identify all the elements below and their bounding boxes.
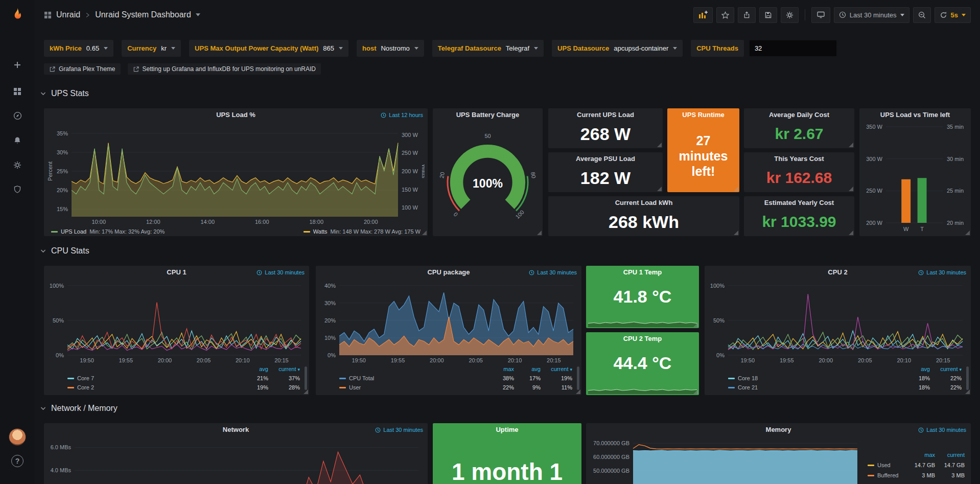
chart-legend: UPS LoadMin: 17% Max: 32% Avg: 20% Watts…	[51, 228, 421, 235]
clock-icon	[918, 270, 924, 275]
svg-text:50%: 50%	[713, 317, 725, 324]
dashboard-dropdown-caret-icon[interactable]	[196, 13, 200, 16]
variable-host[interactable]: host Nostromo	[357, 40, 424, 57]
panel-title[interactable]: UPS Load vs Time left	[859, 108, 971, 122]
panel-resize-handle[interactable]	[734, 187, 738, 191]
row-header-cpu-stats[interactable]: CPU Stats	[40, 246, 89, 256]
star-button[interactable]	[716, 7, 734, 23]
save-button[interactable]	[759, 7, 777, 23]
variable-ups-datasource[interactable]: UPS Datasource apcupsd-container	[552, 40, 683, 57]
time-range-button[interactable]: Last 30 minutes	[834, 7, 909, 23]
variable-ups-max-power[interactable]: UPS Max Output Power Capacity (Watt) 865	[189, 40, 348, 57]
legend-row[interactable]: CPU Total38%17%19%	[339, 374, 572, 383]
breadcrumb-folder[interactable]: Unraid	[56, 10, 80, 19]
add-panel-button[interactable]	[693, 7, 713, 23]
legend-row[interactable]: Core 2118%22%	[728, 383, 962, 392]
legend-row[interactable]: Core 1818%22%	[728, 374, 962, 383]
dashboard-settings-button[interactable]	[781, 7, 799, 23]
panel-resize-handle[interactable]	[849, 187, 853, 191]
legend-col-current[interactable]: current	[268, 366, 300, 372]
caret-down-icon	[900, 14, 904, 16]
legend-row[interactable]: Buffered3 MB3 MB	[868, 470, 965, 480]
panel-ups-battery-charge: UPS Battery Charge 0205080100100%	[433, 108, 543, 236]
row-header-network-memory[interactable]: Network / Memory	[40, 404, 118, 413]
share-icon	[743, 11, 751, 19]
legend-col-avg[interactable]: avg	[514, 366, 541, 372]
panel-resize-handle[interactable]	[965, 231, 970, 235]
sidebar-alerting-icon[interactable]	[0, 130, 35, 151]
variable-kwh-price[interactable]: kWh Price 0.65	[44, 40, 113, 57]
panel-resize-handle[interactable]	[422, 231, 427, 235]
legend-row[interactable]: Core 721%37%	[67, 374, 300, 383]
sidebar-configuration-icon[interactable]	[0, 155, 35, 175]
legend-col-avg[interactable]: avg	[241, 366, 268, 372]
zoom-out-button[interactable]	[913, 7, 931, 23]
panel-resize-handle[interactable]	[693, 389, 698, 394]
panel-resize-handle[interactable]	[537, 231, 542, 235]
svg-text:20:10: 20:10	[236, 357, 250, 363]
sidebar-dashboards-icon[interactable]	[0, 81, 35, 102]
share-button[interactable]	[738, 7, 756, 23]
legend-scrollbar[interactable]	[966, 366, 969, 390]
panel-resize-handle[interactable]	[657, 187, 662, 191]
legend-current: 28%	[268, 384, 300, 390]
panel-resize-handle[interactable]	[304, 389, 308, 394]
sidebar-server-admin-icon[interactable]	[0, 179, 35, 200]
variable-telegraf-datasource[interactable]: Telegraf Datasource Telegraf	[432, 40, 544, 57]
panel-resize-handle[interactable]	[965, 389, 970, 394]
svg-text:300 W: 300 W	[402, 132, 418, 138]
panel-title[interactable]: Memory	[586, 423, 971, 436]
variable-currency[interactable]: Currency kr	[122, 40, 181, 57]
legend-scrollbar[interactable]	[305, 366, 307, 390]
panel-ups-load-vs-time-left: UPS Load vs Time left 200 W250 W300 W350…	[859, 108, 971, 236]
legend-col-max[interactable]: max	[905, 452, 935, 458]
refresh-button[interactable]: 5s	[935, 7, 971, 23]
panel-title[interactable]: UPS Battery Charge	[433, 108, 543, 122]
help-icon[interactable]: ?	[11, 455, 24, 467]
dashboard-link-plex-theme[interactable]: Grafana Plex Theme	[44, 63, 121, 75]
panel-resize-handle[interactable]	[657, 143, 662, 147]
legend-row[interactable]: User22%9%11%	[339, 383, 572, 392]
panel-resize-handle[interactable]	[849, 231, 853, 235]
svg-text:19:55: 19:55	[780, 357, 794, 363]
row-title: Network / Memory	[51, 404, 118, 413]
legend-col-current[interactable]: current	[930, 366, 962, 372]
dashboard-link-ups-guide[interactable]: Setting up Grafana and InfluxDB for UPS …	[128, 63, 321, 75]
svg-text:T: T	[920, 226, 924, 232]
svg-text:40%: 40%	[324, 283, 336, 289]
panel-resize-handle[interactable]	[734, 231, 738, 235]
legend-max: 3 MB	[905, 472, 935, 478]
legend-col-avg[interactable]: avg	[902, 366, 930, 372]
row-header-ups-stats[interactable]: UPS Stats	[40, 89, 89, 98]
panel-resize-handle[interactable]	[693, 322, 698, 327]
panel-resize-handle[interactable]	[576, 389, 580, 394]
cycle-view-button[interactable]	[811, 7, 830, 23]
clock-icon	[381, 112, 386, 118]
sidebar-create-icon[interactable]	[0, 55, 35, 75]
legend-current: 14.7 GB	[935, 462, 965, 468]
legend-item-ups-load[interactable]: UPS LoadMin: 17% Max: 32% Avg: 20%	[51, 228, 165, 235]
panel-title[interactable]: Network	[44, 423, 428, 436]
dashboard-links: Grafana Plex Theme Setting up Grafana an…	[44, 63, 321, 75]
legend-marker	[304, 231, 310, 233]
legend-col-current[interactable]: current	[541, 366, 572, 372]
sidebar-explore-icon[interactable]	[0, 105, 35, 126]
legend-scrollbar[interactable]	[577, 366, 579, 390]
cpu-threads-input[interactable]	[749, 40, 837, 57]
legend-header: avgcurrent	[728, 364, 962, 374]
svg-text:15%: 15%	[57, 206, 68, 212]
legend-name: UPS Load	[61, 228, 86, 235]
variable-value: 0.65	[86, 44, 99, 52]
svg-text:10%: 10%	[324, 335, 336, 341]
user-avatar[interactable]	[9, 428, 26, 446]
legend-item-watts[interactable]: WattsMin: 148 W Max: 278 W Avg: 175 W	[304, 228, 421, 235]
link-label: Grafana Plex Theme	[59, 65, 115, 73]
legend-col-current[interactable]: current	[935, 452, 965, 458]
breadcrumb-dashboard-title[interactable]: Unraid System Dashboard	[95, 10, 191, 19]
legend-row[interactable]: Used14.7 GB14.7 GB	[868, 460, 965, 470]
grafana-logo[interactable]	[0, 4, 35, 27]
legend-col-max[interactable]: max	[487, 366, 514, 372]
legend-row[interactable]: Core 219%28%	[67, 383, 300, 392]
panel-title[interactable]: UPS Load %	[44, 108, 428, 122]
panel-resize-handle[interactable]	[849, 143, 853, 147]
